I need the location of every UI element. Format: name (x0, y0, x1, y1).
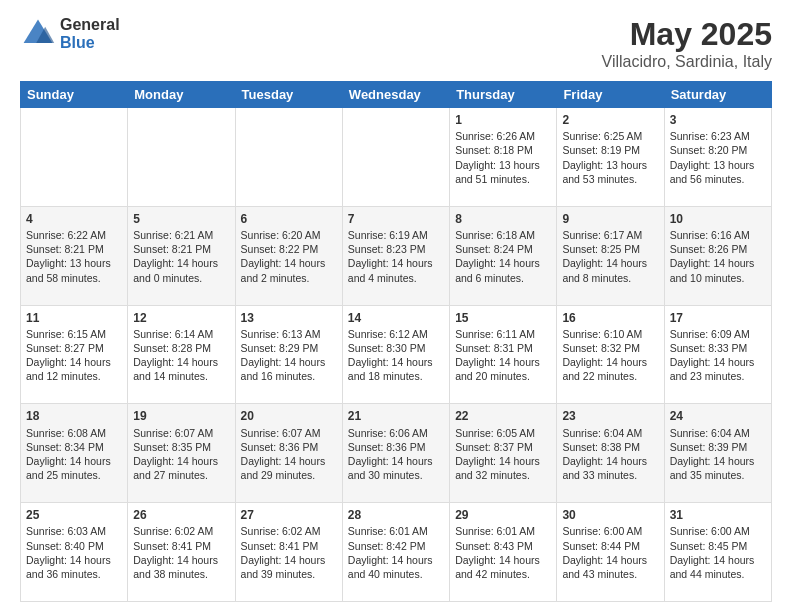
day-cell-28: 28Sunrise: 6:01 AMSunset: 8:42 PMDayligh… (342, 503, 449, 602)
day-cell-23: 23Sunrise: 6:04 AMSunset: 8:38 PMDayligh… (557, 404, 664, 503)
day-info-line: and 33 minutes. (562, 468, 658, 482)
day-info-line: Sunset: 8:40 PM (26, 539, 122, 553)
day-header-saturday: Saturday (664, 82, 771, 108)
day-info-line: Daylight: 14 hours (348, 256, 444, 270)
day-number: 3 (670, 112, 766, 128)
day-info-line: Sunset: 8:21 PM (26, 242, 122, 256)
day-info-line: Sunset: 8:36 PM (241, 440, 337, 454)
day-info-line: and 51 minutes. (455, 172, 551, 186)
day-info-line: Sunrise: 6:20 AM (241, 228, 337, 242)
title-block: May 2025 Villacidro, Sardinia, Italy (602, 16, 772, 71)
day-info-line: Sunrise: 6:26 AM (455, 129, 551, 143)
day-info-line: Sunrise: 6:22 AM (26, 228, 122, 242)
day-info-line: Sunset: 8:31 PM (455, 341, 551, 355)
day-info-line: Sunset: 8:43 PM (455, 539, 551, 553)
day-info-line: Daylight: 14 hours (562, 355, 658, 369)
day-number: 21 (348, 408, 444, 424)
day-cell-1: 1Sunrise: 6:26 AMSunset: 8:18 PMDaylight… (450, 108, 557, 207)
day-info-line: and 0 minutes. (133, 271, 229, 285)
calendar-table: SundayMondayTuesdayWednesdayThursdayFrid… (20, 81, 772, 602)
week-row-4: 18Sunrise: 6:08 AMSunset: 8:34 PMDayligh… (21, 404, 772, 503)
day-cell-20: 20Sunrise: 6:07 AMSunset: 8:36 PMDayligh… (235, 404, 342, 503)
day-number: 9 (562, 211, 658, 227)
day-header-friday: Friday (557, 82, 664, 108)
day-info-line: Daylight: 14 hours (133, 454, 229, 468)
day-info-line: and 18 minutes. (348, 369, 444, 383)
day-cell-12: 12Sunrise: 6:14 AMSunset: 8:28 PMDayligh… (128, 305, 235, 404)
day-info-line: Daylight: 13 hours (455, 158, 551, 172)
page: General Blue May 2025 Villacidro, Sardin… (0, 0, 792, 612)
empty-cell (342, 108, 449, 207)
day-info-line: Daylight: 14 hours (241, 454, 337, 468)
day-info-line: and 25 minutes. (26, 468, 122, 482)
day-cell-18: 18Sunrise: 6:08 AMSunset: 8:34 PMDayligh… (21, 404, 128, 503)
day-info-line: Sunrise: 6:14 AM (133, 327, 229, 341)
day-header-wednesday: Wednesday (342, 82, 449, 108)
day-info-line: Daylight: 14 hours (562, 454, 658, 468)
day-number: 26 (133, 507, 229, 523)
day-info-line: Daylight: 14 hours (670, 454, 766, 468)
day-number: 29 (455, 507, 551, 523)
day-info-line: Daylight: 14 hours (348, 454, 444, 468)
day-cell-26: 26Sunrise: 6:02 AMSunset: 8:41 PMDayligh… (128, 503, 235, 602)
day-info-line: Daylight: 14 hours (455, 454, 551, 468)
day-info-line: and 8 minutes. (562, 271, 658, 285)
day-info-line: and 53 minutes. (562, 172, 658, 186)
logo-icon (20, 16, 56, 52)
day-info-line: and 39 minutes. (241, 567, 337, 581)
day-cell-2: 2Sunrise: 6:25 AMSunset: 8:19 PMDaylight… (557, 108, 664, 207)
day-info-line: and 20 minutes. (455, 369, 551, 383)
day-info-line: Sunrise: 6:19 AM (348, 228, 444, 242)
day-info-line: Daylight: 14 hours (455, 553, 551, 567)
day-info-line: Daylight: 14 hours (241, 553, 337, 567)
day-cell-8: 8Sunrise: 6:18 AMSunset: 8:24 PMDaylight… (450, 206, 557, 305)
day-number: 7 (348, 211, 444, 227)
day-info-line: Sunrise: 6:08 AM (26, 426, 122, 440)
day-info-line: Sunset: 8:37 PM (455, 440, 551, 454)
day-number: 16 (562, 310, 658, 326)
day-cell-22: 22Sunrise: 6:05 AMSunset: 8:37 PMDayligh… (450, 404, 557, 503)
day-info-line: Daylight: 14 hours (670, 553, 766, 567)
day-number: 4 (26, 211, 122, 227)
day-cell-15: 15Sunrise: 6:11 AMSunset: 8:31 PMDayligh… (450, 305, 557, 404)
day-info-line: and 36 minutes. (26, 567, 122, 581)
day-number: 28 (348, 507, 444, 523)
day-header-sunday: Sunday (21, 82, 128, 108)
day-cell-17: 17Sunrise: 6:09 AMSunset: 8:33 PMDayligh… (664, 305, 771, 404)
day-info-line: Sunrise: 6:04 AM (670, 426, 766, 440)
day-info-line: Daylight: 14 hours (562, 553, 658, 567)
day-info-line: and 6 minutes. (455, 271, 551, 285)
day-number: 1 (455, 112, 551, 128)
day-info-line: Sunset: 8:39 PM (670, 440, 766, 454)
day-number: 20 (241, 408, 337, 424)
day-cell-11: 11Sunrise: 6:15 AMSunset: 8:27 PMDayligh… (21, 305, 128, 404)
day-info-line: Sunrise: 6:00 AM (562, 524, 658, 538)
day-info-line: Sunset: 8:34 PM (26, 440, 122, 454)
location-title: Villacidro, Sardinia, Italy (602, 53, 772, 71)
day-info-line: Daylight: 14 hours (241, 355, 337, 369)
day-info-line: and 35 minutes. (670, 468, 766, 482)
day-info-line: and 38 minutes. (133, 567, 229, 581)
day-number: 17 (670, 310, 766, 326)
day-info-line: Sunrise: 6:23 AM (670, 129, 766, 143)
day-info-line: Sunrise: 6:05 AM (455, 426, 551, 440)
day-info-line: Sunrise: 6:25 AM (562, 129, 658, 143)
day-info-line: Daylight: 14 hours (455, 256, 551, 270)
empty-cell (21, 108, 128, 207)
day-info-line: and 16 minutes. (241, 369, 337, 383)
day-number: 13 (241, 310, 337, 326)
day-info-line: Daylight: 14 hours (670, 256, 766, 270)
day-info-line: and 29 minutes. (241, 468, 337, 482)
day-number: 10 (670, 211, 766, 227)
day-info-line: Sunset: 8:19 PM (562, 143, 658, 157)
day-number: 25 (26, 507, 122, 523)
day-number: 27 (241, 507, 337, 523)
day-info-line: Sunrise: 6:02 AM (133, 524, 229, 538)
day-number: 2 (562, 112, 658, 128)
day-info-line: Sunset: 8:44 PM (562, 539, 658, 553)
day-info-line: Sunrise: 6:01 AM (348, 524, 444, 538)
day-info-line: Sunrise: 6:07 AM (241, 426, 337, 440)
day-number: 14 (348, 310, 444, 326)
day-info-line: Sunrise: 6:03 AM (26, 524, 122, 538)
day-info-line: and 42 minutes. (455, 567, 551, 581)
